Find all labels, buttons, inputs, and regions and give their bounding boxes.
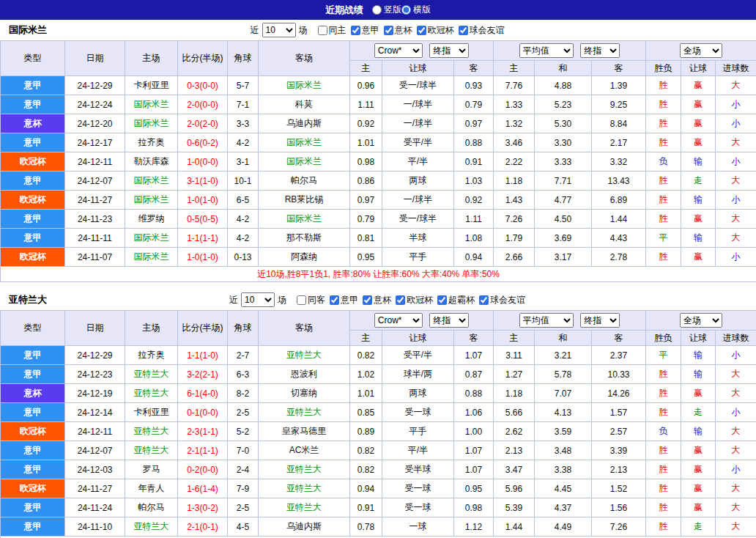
checkbox-球会友谊[interactable] [459,26,468,35]
bookmaker-select[interactable]: Crow* [374,313,423,328]
final-odds-select[interactable]: 终指 [429,313,469,328]
result: 平 [646,229,681,248]
odds-home: 0.78 [350,517,382,537]
goals-result: 大 [716,229,756,248]
checkbox-意甲[interactable] [351,26,360,35]
goals-result: 小 [716,95,756,114]
filter-checkbox-球会友谊[interactable]: 球会友谊 [476,294,525,306]
filter-checkbox-欧冠杯[interactable]: 欧冠杯 [414,24,454,37]
avg-draw: 7.71 [535,172,592,191]
recent-count-select[interactable]: 10 [262,23,296,37]
goals-result: 小 [716,248,756,267]
checkbox-意甲[interactable] [330,295,339,305]
score: 6-1(4-0) [178,384,228,403]
odds-away: 0.93 [454,76,494,95]
handicap-result: 赢 [681,133,716,152]
fullmatch-select[interactable]: 全场 [680,313,722,328]
odds-home: 0.97 [350,191,382,210]
filter-checkbox-同主[interactable]: 同主 [315,24,346,37]
filter-checkbox-意甲[interactable]: 意甲 [327,294,358,306]
final-odds-select[interactable]: 终指 [429,43,469,58]
corners: 4-2 [228,133,259,152]
filter-checkbox-同客[interactable]: 同客 [294,294,325,306]
handicap-result: 输 [681,365,716,384]
match-row: 意甲24-11-24帕尔马1-3(0-2)2-5亚特兰大0.91受一球0.985… [1,498,756,517]
checkbox-意杯[interactable] [363,295,372,305]
odds-home: 0.96 [350,76,382,95]
sub-header-handicap-result: 让球 [681,331,716,346]
matches-table-inter: 类型 日期 主场 比分(半场) 角球 客场 Crow* 终指 平均值 终指 全场 [0,40,756,282]
filter-checkbox-意甲[interactable]: 意甲 [348,24,379,37]
avg-draw: 3.48 [535,441,592,460]
home-team: 亚特兰大 [125,365,178,384]
away-team: 亚特兰大 [259,403,350,422]
checkbox-意杯[interactable] [384,26,393,35]
top-title-bar: 近期战绩 竖版横版 [0,0,756,20]
filter-checkbox-超霸杯[interactable]: 超霸杯 [434,294,475,306]
score: 1-0(0-0) [178,152,228,172]
corners: 7-1 [228,95,259,114]
final-average-select[interactable]: 终指 [580,313,620,328]
layout-radio-vertical[interactable]: 竖版 [372,4,401,16]
home-team: 维罗纳 [125,210,178,229]
handicap-result: 输 [681,346,716,365]
goals-result: 大 [716,479,756,498]
checkbox-超霸杯[interactable] [437,295,447,305]
page-title: 近期战绩 [325,4,363,17]
home-team: 帕尔马 [125,498,178,517]
final-average-select[interactable]: 终指 [580,43,620,58]
corners: 6-3 [228,365,259,384]
odds-home: 0.86 [350,172,382,191]
handicap-result: 赢 [681,95,716,114]
avg-draw: 4.45 [535,479,592,498]
avg-draw: 3.59 [535,422,592,441]
avg-draw: 3.30 [535,133,592,152]
checkbox-球会友谊[interactable] [479,295,489,305]
average-select[interactable]: 平均值 [519,43,574,58]
home-team: 国际米兰 [125,191,178,210]
filter-checkbox-意杯[interactable]: 意杯 [381,24,412,37]
result: 胜 [646,517,681,537]
league-type-badge: 意甲 [1,133,65,152]
avg-away: 1.57 [592,403,646,422]
avg-draw: 3.17 [535,248,592,267]
layout-radio-vertical-input[interactable] [372,5,382,15]
odds-away: 0.98 [454,498,494,517]
goals-result: 小 [716,191,756,210]
average-select[interactable]: 平均值 [519,313,574,328]
checkbox-label: 欧冠杯 [407,294,433,306]
result: 胜 [646,479,681,498]
checkbox-同主[interactable] [318,26,327,35]
handicap-line: 两球 [382,384,454,403]
away-team: 切塞纳 [259,384,350,403]
match-row: 意甲24-11-10亚特兰大2-1(0-1)4-5乌迪内斯0.78一球1.121… [1,517,756,537]
fullmatch-select[interactable]: 全场 [680,43,722,58]
col-header-type: 类型 [1,311,65,346]
avg-away: 6.89 [592,191,646,210]
handicap-line: 受一/球半 [382,76,454,95]
checkbox-同客[interactable] [297,295,306,305]
home-team: 亚特兰大 [125,441,178,460]
filter-checkbox-意杯[interactable]: 意杯 [360,294,391,306]
filter-checkbox-欧冠杯[interactable]: 欧冠杯 [393,294,433,306]
avg-home: 5.96 [494,479,535,498]
filter-checkbox-球会友谊[interactable]: 球会友谊 [456,24,505,37]
sub-header-odds-home: 主 [350,61,382,76]
handicap-line: 平手 [382,422,454,441]
handicap-line: 一/球半 [382,191,454,210]
match-date: 24-11-07 [65,248,125,267]
radio-label: 横版 [413,4,431,16]
layout-radio-horizontal[interactable]: 横版 [401,4,431,16]
checkbox-欧冠杯[interactable] [396,295,405,305]
match-date: 24-12-29 [65,76,125,95]
team-name: 亚特兰大 [9,293,47,306]
handicap-line: 受一球 [382,403,454,422]
recent-count-select[interactable]: 10 [241,292,275,307]
sub-header-goals: 进球数 [716,331,756,346]
checkbox-欧冠杯[interactable] [417,26,426,35]
away-team: 乌迪内斯 [259,114,350,133]
corners: 8-2 [228,384,259,403]
goals-result: 大 [716,498,756,517]
bookmaker-select[interactable]: Crow* [374,43,423,58]
layout-radio-horizontal-input[interactable] [401,5,411,15]
